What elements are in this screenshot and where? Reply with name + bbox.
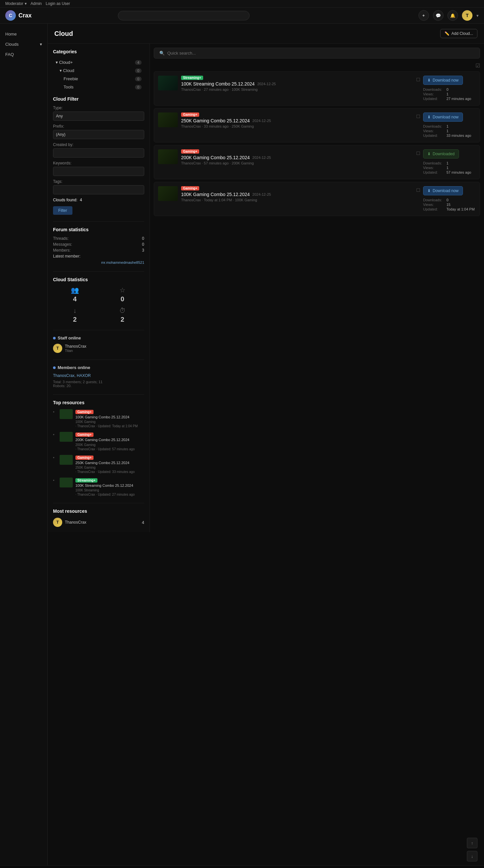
download-label-0: Download now xyxy=(433,78,459,83)
select-all-checkbox[interactable]: ☑ xyxy=(476,62,480,69)
members-label: Members: xyxy=(53,248,70,253)
notifications-button[interactable]: 🔔 xyxy=(448,10,458,21)
updated-val-1: 33 minutes ago xyxy=(447,133,471,137)
cat-freebie[interactable]: Freebie 0 xyxy=(53,75,144,83)
cloud-date-0: 2024-12-25 xyxy=(257,82,276,86)
time-ago-0: 27 minutes ago xyxy=(204,88,228,91)
author-name-0[interactable]: ThanosCrax xyxy=(181,88,201,91)
prefix-select[interactable]: (Any) xyxy=(53,130,144,139)
dl-val-0: 0 xyxy=(447,88,449,91)
filter-button[interactable]: Filter xyxy=(53,206,73,215)
search-input[interactable] xyxy=(118,11,250,21)
chat-button[interactable]: 💬 xyxy=(433,10,444,21)
moderator-label: Moderator xyxy=(5,1,23,6)
rank-2: • xyxy=(53,433,57,437)
download-btn-0[interactable]: ⬇ Download now xyxy=(423,76,463,85)
clouds-label: Clouds xyxy=(5,42,19,47)
cloud-card-0: Streaming+ 100K Streaming Combo 25.12.20… xyxy=(154,71,480,105)
latest-member-link[interactable]: mr.mohammedmashe8521 xyxy=(101,260,144,265)
downloaded-btn-2[interactable]: ⬇ Downloaded xyxy=(423,149,459,158)
scroll-up-button[interactable]: ↑ xyxy=(467,838,477,848)
logo[interactable]: C Crax xyxy=(5,10,32,21)
cloud-checkbox-2[interactable]: ☐ xyxy=(416,151,421,156)
cloud-search-input[interactable] xyxy=(167,51,475,56)
cloud-checkbox-0[interactable]: ☐ xyxy=(416,77,421,82)
author-name-3[interactable]: ThanosCrax xyxy=(181,198,201,202)
updated-label-2: Updated: xyxy=(423,170,445,174)
login-as-user-link[interactable]: Login as User xyxy=(46,1,70,6)
cloud-right-3: ⬇ Download now Downloads: 0 Views: xyxy=(423,186,476,212)
staff-name-thanoscrax[interactable]: ThanosCrax xyxy=(65,344,86,349)
top-resource-4: • Streaming+ 100K Streaming Combo 25.12.… xyxy=(53,477,144,496)
views-label-1: Views: xyxy=(423,129,445,133)
res-title-1[interactable]: 100K Gaming Combo 25.12.2024 xyxy=(76,415,144,420)
stars-icon: ☆ xyxy=(119,286,125,294)
cloud-main-3: Gaming+ 100K Gaming Combo 25.12.2024 202… xyxy=(181,186,413,202)
res-title-2[interactable]: 200K Gaming Combo 25.12.2024 xyxy=(76,437,144,442)
download-label-3: Download now xyxy=(433,188,459,193)
type-select[interactable]: Any xyxy=(53,112,144,121)
author-name-2[interactable]: ThanosCrax xyxy=(181,161,201,165)
clouds-found-label: Clouds found: xyxy=(53,198,77,202)
res-cat-1: 100K Gaming xyxy=(76,420,95,424)
download-icon-3: ⬇ xyxy=(427,188,431,193)
views-val-2: 1 xyxy=(447,166,449,170)
cat-tools[interactable]: Tools 0 xyxy=(53,83,144,91)
most-res-item-1: T ThanosCrax 4 xyxy=(53,518,144,527)
created-by-input[interactable] xyxy=(53,148,144,158)
cloud-date-1: 2024-12-25 xyxy=(253,119,271,123)
create-button[interactable]: ✦ xyxy=(419,10,429,21)
dl-val-2: 1 xyxy=(447,161,449,165)
cat-freebie-count: 0 xyxy=(135,76,142,81)
members-total: Total: 3 members; 2 guests; 11 xyxy=(53,380,144,384)
messages-val: 0 xyxy=(142,242,144,247)
create-icon: ✦ xyxy=(422,13,425,18)
most-res-name-1[interactable]: ThanosCrax xyxy=(65,520,86,525)
cat-cloud-plus[interactable]: ▾ Cloud+ 4 xyxy=(53,58,144,66)
moderator-menu[interactable]: Moderator ▾ xyxy=(5,1,27,6)
categories-title: Categories xyxy=(53,49,144,54)
cloud-actions-2: ☐ ⬇ Downloaded Downloads: 1 xyxy=(416,149,476,175)
author-name-1[interactable]: ThanosCrax xyxy=(181,124,201,128)
download-btn-1[interactable]: ⬇ Download now xyxy=(423,113,463,122)
sidebar-item-clouds[interactable]: Clouds ▾ xyxy=(0,39,48,49)
sidebar-item-home[interactable]: Home xyxy=(0,29,48,39)
clouds-found: Clouds found: 4 xyxy=(53,198,144,202)
user-avatar[interactable]: T xyxy=(462,10,473,21)
scroll-down-button[interactable]: ↓ xyxy=(467,851,477,861)
bell-icon: 🔔 xyxy=(450,13,455,18)
res-title-4[interactable]: 100K Streaming Combo 25.12.2024 xyxy=(76,483,144,488)
keywords-input[interactable] xyxy=(53,167,144,176)
updated-label-3: Updated: xyxy=(423,207,445,211)
cloud-checkbox-1[interactable]: ☐ xyxy=(416,114,421,119)
updated-label-1: Updated: xyxy=(423,133,445,137)
download-btn-3[interactable]: ⬇ Download now xyxy=(423,186,463,195)
cloud-title-2[interactable]: 200K Gaming Combo 25.12.2024 xyxy=(181,155,250,160)
res-cat-2: 200K Gaming xyxy=(76,443,95,447)
cloud-title-0[interactable]: 100K Streaming Combo 25.12.2024 xyxy=(181,81,255,87)
admin-link[interactable]: Admin xyxy=(31,1,42,6)
messages-label: Messages: xyxy=(53,242,72,247)
most-resources-title: Most resources xyxy=(53,508,144,514)
dl-val-3: 0 xyxy=(447,198,449,202)
cloud-date-3: 2024-12-25 xyxy=(253,192,271,196)
cloud-author-2: ThanosCrax · 57 minutes ago · 200K Gamin… xyxy=(181,161,413,165)
sidebar-item-faq[interactable]: FAQ xyxy=(0,49,48,60)
cloud-title-row-3: 100K Gaming Combo 25.12.2024 2024-12-25 xyxy=(181,192,413,197)
cloud-title-1[interactable]: 250K Gaming Combo 25.12.2024 xyxy=(181,118,250,123)
cloud-main-2: Gaming+ 200K Gaming Combo 25.12.2024 202… xyxy=(181,149,413,165)
cloud-title-3[interactable]: 100K Gaming Combo 25.12.2024 xyxy=(181,192,250,197)
cat-cloud[interactable]: ▾ Cloud 0 xyxy=(53,66,144,75)
cloud-checkbox-3[interactable]: ☐ xyxy=(416,187,421,193)
stat-updated-1: Updated: 33 minutes ago xyxy=(423,133,476,137)
clouds-found-count: 4 xyxy=(80,198,82,202)
cloud-author-0: ThanosCrax · 27 minutes ago · 100K Strea… xyxy=(181,88,413,91)
updated-val-0: 27 minutes ago xyxy=(447,97,471,101)
add-cloud-button[interactable]: ✏️ Add Cloud... xyxy=(440,29,477,38)
res-title-3[interactable]: 250K Gaming Combo 25.12.2024 xyxy=(76,461,144,465)
cat-cloud-count: 0 xyxy=(135,68,142,73)
tag-streaming-4: Streaming+ xyxy=(76,478,97,483)
search-icon: 🔍 xyxy=(159,51,165,56)
cloud-card-2: Gaming+ 200K Gaming Combo 25.12.2024 202… xyxy=(154,145,480,179)
tags-input[interactable] xyxy=(53,185,144,194)
